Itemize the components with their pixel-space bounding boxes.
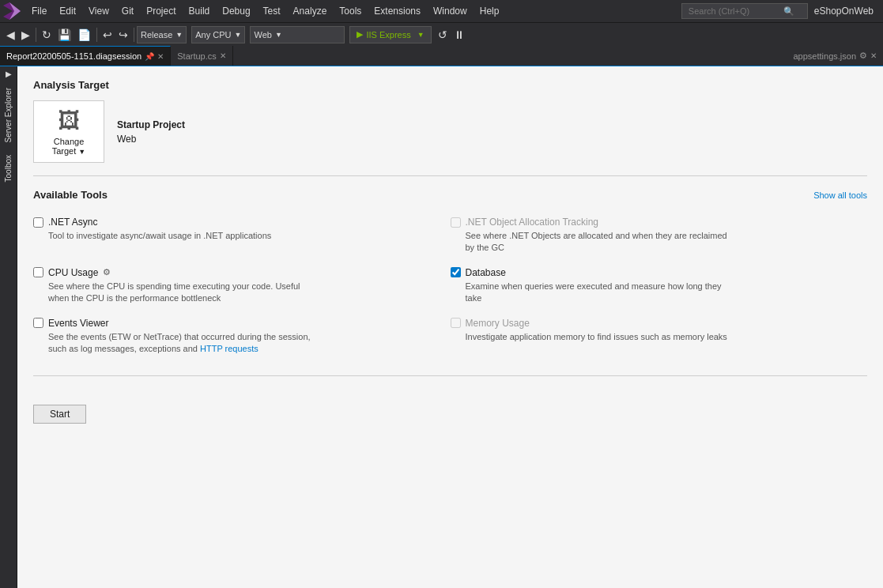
tool-cpu-usage-header: CPU Usage ⚙ <box>33 267 451 278</box>
left-sidebar: ▶ Server Explorer Toolbox <box>0 66 17 588</box>
tool-events-viewer-checkbox[interactable] <box>33 318 43 328</box>
tools-grid: .NET Async Tool to investigate async/awa… <box>33 212 867 363</box>
build-config-label: Release <box>141 30 172 40</box>
content-area: Analysis Target 🖼 ChangeTarget ▼ Startup… <box>17 66 883 588</box>
run-target-arrow-icon: ▼ <box>275 31 282 39</box>
platform-dropdown[interactable]: Any CPU ▼ <box>191 26 245 43</box>
run-target-dropdown[interactable]: Web ▼ <box>250 26 345 43</box>
startup-info: Startup Project Web <box>117 119 185 145</box>
undo-button[interactable]: ↩ <box>100 27 115 43</box>
tool-net-async-desc: Tool to investigate async/await usage in… <box>48 230 317 242</box>
tool-cpu-usage-desc: See where the CPU is spending time execu… <box>48 281 317 305</box>
tool-net-object-allocation: .NET Object Allocation Tracking See wher… <box>451 212 868 262</box>
menu-debug[interactable]: Debug <box>216 2 256 20</box>
tab-startup[interactable]: Startup.cs ✕ <box>171 46 233 66</box>
menu-analyze[interactable]: Analyze <box>287 2 334 20</box>
run-label: IIS Express <box>366 30 410 40</box>
sep1 <box>36 28 36 42</box>
tool-net-async-checkbox[interactable] <box>33 217 43 228</box>
platform-label: Any CPU <box>195 30 231 40</box>
menu-help[interactable]: Help <box>474 2 506 20</box>
run-target-label: Web <box>254 30 271 40</box>
analysis-target-title: Analysis Target <box>33 79 867 91</box>
menu-build[interactable]: Build <box>183 2 217 20</box>
menu-edit[interactable]: Edit <box>53 2 82 20</box>
startup-project-name: Web <box>117 134 185 145</box>
tabs-bar: Report20200505-1151.diagsession 📌 ✕ Star… <box>0 46 883 66</box>
vs-logo <box>3 2 21 20</box>
show-all-tools-link[interactable]: Show all tools <box>813 190 867 200</box>
tool-memory-usage: Memory Usage Investigate application mem… <box>451 313 868 364</box>
tool-database-checkbox[interactable] <box>451 267 461 277</box>
main-area: ▶ Server Explorer Toolbox Analysis Targe… <box>0 66 883 588</box>
tab-appsettings[interactable]: appsettings.json ⚙ ✕ <box>787 46 884 66</box>
menu-bar: File Edit View Git Project Build Debug T… <box>0 0 883 22</box>
menu-extensions[interactable]: Extensions <box>368 2 427 20</box>
tool-net-async-name: .NET Async <box>48 217 97 228</box>
change-target-button[interactable]: 🖼 ChangeTarget ▼ <box>33 100 104 163</box>
menu-test[interactable]: Test <box>257 2 287 20</box>
tab-diagsession[interactable]: Report20200505-1151.diagsession 📌 ✕ <box>0 46 171 66</box>
start-button[interactable]: Start <box>33 405 86 424</box>
tools-header: Available Tools Show all tools <box>33 189 867 201</box>
http-requests-link[interactable]: HTTP requests <box>200 344 258 353</box>
tool-memory-usage-header: Memory Usage <box>451 318 868 329</box>
menu-project[interactable]: Project <box>140 2 182 20</box>
tool-memory-usage-desc: Investigate application memory to find i… <box>466 331 734 343</box>
new-file-button[interactable]: 📄 <box>74 27 94 43</box>
tool-net-object-allocation-header: .NET Object Allocation Tracking <box>451 217 868 228</box>
tab-startup-close-icon[interactable]: ✕ <box>220 51 226 60</box>
tab-appsettings-label: appsettings.json <box>794 51 857 61</box>
forward-button[interactable]: ▶ <box>18 27 33 43</box>
tab-diagsession-pin-icon: 📌 <box>145 52 154 61</box>
available-tools-title: Available Tools <box>33 189 108 201</box>
build-config-arrow-icon: ▼ <box>175 31 183 39</box>
target-icon: 🖼 <box>58 107 80 134</box>
tool-cpu-usage-checkbox[interactable] <box>33 267 43 277</box>
menu-window[interactable]: Window <box>427 2 474 20</box>
menu-git[interactable]: Git <box>115 2 140 20</box>
menu-tools[interactable]: Tools <box>333 2 368 20</box>
sidebar-toolbox[interactable]: Toolbox <box>4 149 13 188</box>
menu-view[interactable]: View <box>82 2 115 20</box>
tool-cpu-usage-gear-icon[interactable]: ⚙ <box>103 267 111 277</box>
change-target-label: ChangeTarget ▼ <box>52 137 86 156</box>
target-dropdown-icon: ▼ <box>78 148 85 156</box>
tool-memory-usage-checkbox[interactable] <box>451 318 461 328</box>
redo-button[interactable]: ↪ <box>115 27 131 43</box>
run-button[interactable]: ▶ IIS Express ▼ <box>349 26 431 43</box>
save-button[interactable]: 💾 <box>55 27 74 43</box>
search-icon: 🔍 <box>783 6 794 17</box>
diag-panel: Analysis Target 🖼 ChangeTarget ▼ Startup… <box>17 66 883 436</box>
tool-events-viewer-desc: See the events (ETW or NetTrace) that oc… <box>48 331 317 356</box>
sep3 <box>134 28 134 42</box>
toolbar: ◀ ▶ ↻ 💾 📄 ↩ ↪ Release ▼ Any CPU ▼ Web ▼ … <box>0 22 883 46</box>
tool-net-async-header: .NET Async <box>33 217 451 228</box>
tab-appsettings-close-icon[interactable]: ✕ <box>870 51 877 60</box>
tool-database: Database Examine when queries were execu… <box>451 262 868 313</box>
menu-file[interactable]: File <box>25 2 53 20</box>
reload-button[interactable]: ↺ <box>435 27 451 43</box>
refresh-button[interactable]: ↻ <box>39 27 55 43</box>
tool-net-object-allocation-desc: See where .NET Objects are allocated and… <box>466 230 734 254</box>
tool-net-object-allocation-name: .NET Object Allocation Tracking <box>466 217 599 228</box>
search-input[interactable] <box>689 6 783 16</box>
back-button[interactable]: ◀ <box>3 27 18 43</box>
pause-button[interactable]: ⏸ <box>451 27 468 43</box>
sidebar-toggle-icon[interactable]: ▶ <box>6 66 12 81</box>
divider2 <box>33 375 867 376</box>
tool-memory-usage-name: Memory Usage <box>466 318 530 329</box>
tab-diagsession-close-icon[interactable]: ✕ <box>157 52 164 61</box>
tool-events-viewer: Events Viewer See the events (ETW or Net… <box>33 313 451 364</box>
sidebar-server-explorer[interactable]: Server Explorer <box>4 81 13 149</box>
platform-arrow-icon: ▼ <box>235 31 242 39</box>
search-box[interactable]: 🔍 <box>681 3 808 19</box>
tab-startup-label: Startup.cs <box>177 51 217 61</box>
run-dropdown-arrow-icon: ▼ <box>417 31 425 39</box>
tool-cpu-usage-name: CPU Usage <box>48 267 98 278</box>
tool-net-object-allocation-checkbox[interactable] <box>451 217 461 228</box>
tool-net-async: .NET Async Tool to investigate async/awa… <box>33 212 451 262</box>
appsettings-gear-icon: ⚙ <box>859 51 867 61</box>
build-config-dropdown[interactable]: Release ▼ <box>137 26 187 43</box>
tool-events-viewer-name: Events Viewer <box>48 318 108 329</box>
